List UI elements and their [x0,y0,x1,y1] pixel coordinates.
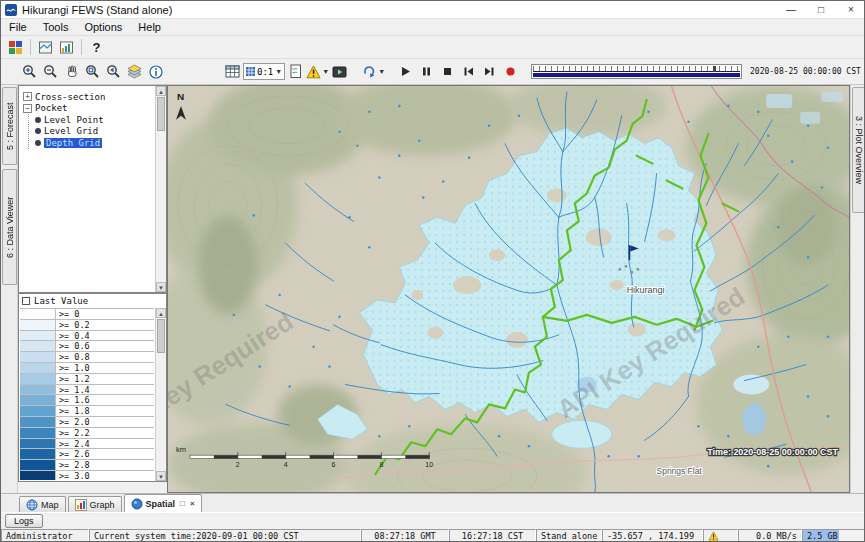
tab-plot-overview[interactable]: 3 : Plot Overview [852,87,865,213]
pause-button[interactable] [416,62,437,82]
tree-item-label: Pocket [35,103,68,113]
zoom-extent-button[interactable] [82,62,103,82]
spatial-icon [131,498,143,510]
legend-row-label: >= 1.4 [56,385,90,395]
stop-icon [442,66,453,77]
logs-button[interactable]: Logs [5,514,43,528]
time-slider-axis [533,71,740,72]
graph-icon [75,499,87,511]
explorer-button[interactable] [5,37,26,57]
grid-display-button[interactable] [222,62,243,82]
legend-color-swatch [20,395,56,405]
info-button[interactable] [145,62,166,82]
legend-row-label: >= 0.8 [56,352,90,362]
tree-scrollbar[interactable]: ▲ ▼ [155,86,166,292]
legend-color-swatch [20,352,56,362]
stop-button[interactable] [437,62,458,82]
profile-document-icon [289,64,303,79]
expand-icon[interactable]: + [23,92,32,101]
tree-item-level-point[interactable]: Level Point [35,114,154,126]
tab-spatial[interactable]: Spatial □ × [124,494,202,512]
legend-color-swatch [20,309,56,319]
map-display-button[interactable] [35,37,56,57]
record-icon [505,66,516,77]
scroll-up-icon[interactable]: ▲ [156,308,166,318]
record-button[interactable] [500,62,521,82]
scale-tick-label: 4 [284,461,288,468]
legend-color-swatch [20,331,56,341]
close-button[interactable]: × [836,1,865,19]
node-bullet-icon [35,117,41,123]
close-tab-icon[interactable]: × [190,499,195,508]
menu-options[interactable]: Options [76,20,130,34]
legend-panel: Last Value >= 0 >= 0.2 >= 0.4 >= 0.6 >= … [18,293,167,482]
step-back-button[interactable] [458,62,479,82]
tab-forecast[interactable]: 5 : Forecast [2,87,17,165]
legend-row: >= 2.8 [20,459,154,470]
layer-combo-value: 0:1 [257,67,273,77]
time-slider-marker[interactable] [713,66,716,72]
legend-row: >= 2.2 [20,427,154,438]
minimize-button[interactable]: — [776,1,806,19]
play-button[interactable] [395,62,416,82]
scroll-thumb[interactable] [157,97,165,131]
zoom-in-button[interactable] [19,62,40,82]
status-gmt-time: 08:27:18 GMT [361,529,449,542]
zoom-previous-button[interactable] [103,62,124,82]
north-label: N [177,91,184,102]
scroll-thumb[interactable] [157,319,165,353]
warnings-dropdown[interactable]: ▼ [306,65,329,79]
layers-tree-panel: + Cross-section − Pocket Level Point Lev… [18,85,167,293]
legend-row: >= 1.2 [20,373,154,384]
scroll-up-icon[interactable]: ▲ [156,86,166,96]
status-user: Administrator [1,529,89,542]
tab-graph[interactable]: Graph [68,496,122,512]
menu-file[interactable]: File [1,20,35,34]
profile-button[interactable] [285,62,306,82]
tree-item-pocket[interactable]: − Pocket [23,103,154,115]
tab-data-viewer[interactable]: 6 : Data Viewer [2,169,17,285]
maximize-button[interactable]: □ [806,1,836,19]
tree-item-level-grid[interactable]: Level Grid [35,126,154,138]
map-time-label: Time: 2020-08-25 00:00:00 CST [707,447,838,457]
layers-tree: + Cross-section − Pocket Level Point Lev… [20,87,154,291]
export-animation-dropdown[interactable]: ▼ [362,64,385,79]
map-canvas[interactable]: API Key Required API Key Required Hikura… [168,86,849,492]
undock-tab-icon[interactable]: □ [180,499,185,508]
collapse-icon[interactable]: − [23,104,32,113]
tree-item-label: Level Grid [44,126,98,136]
scale-tick-label: 2 [236,461,240,468]
layer-select-combo[interactable]: 0:1 ▼ [243,63,285,80]
status-warning[interactable] [703,529,738,542]
legend-scrollbar[interactable]: ▲ ▼ [155,308,166,481]
legend-row-label: >= 0.4 [56,331,90,341]
pan-button[interactable] [61,62,82,82]
pan-hand-icon [65,65,79,79]
legend-header: Last Value [19,294,166,307]
last-value-checkbox[interactable] [22,297,30,305]
legend-row: >= 0.6 [20,340,154,351]
legend-color-swatch [20,471,56,480]
help-button[interactable]: ? [86,37,107,57]
animation-display-button[interactable] [329,62,350,82]
chart-display-button[interactable] [56,37,77,57]
menu-tools[interactable]: Tools [35,20,77,34]
menu-help[interactable]: Help [130,20,169,34]
layer-combo-icon [246,67,255,76]
layers-button[interactable] [124,62,145,82]
app-logo-icon [5,4,17,16]
tree-item-depth-grid[interactable]: Depth Grid [35,137,154,149]
zoom-out-button[interactable] [40,62,61,82]
right-tab-strip: 3 : Plot Overview [850,85,865,493]
legend-color-swatch [20,406,56,416]
tab-spatial-label: Spatial [146,499,176,509]
tab-map[interactable]: Map [19,496,66,512]
scroll-down-icon[interactable]: ▼ [156,471,166,481]
grid-icon [225,64,240,79]
time-slider[interactable] [531,64,742,79]
step-forward-button[interactable] [479,62,500,82]
tree-item-cross-section[interactable]: + Cross-section [23,91,154,103]
area-label: Springs Flat [657,466,703,476]
scroll-down-icon[interactable]: ▼ [156,282,166,292]
map-panel[interactable]: API Key Required API Key Required Hikura… [167,85,850,493]
